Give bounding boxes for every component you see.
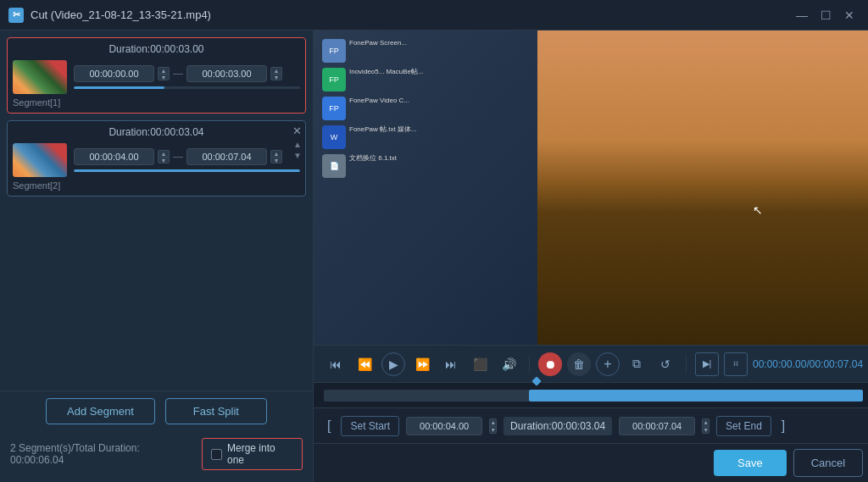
set-start-time-input[interactable]	[406, 417, 482, 435]
merge-checkbox[interactable]	[211, 449, 222, 460]
fast-split-button[interactable]: Fast Split	[165, 398, 267, 424]
controls-separator-1	[529, 356, 530, 373]
segment-1-body: ▲ ▼ — ▲ ▼	[13, 60, 300, 94]
segment-1-thumbnail	[13, 60, 67, 94]
desktop-icon-2: FP Inovideo5... MacuBe帖...	[322, 68, 557, 91]
desktop-icon-img-4: W	[322, 125, 346, 149]
undo-button[interactable]: ↺	[654, 352, 677, 376]
save-cancel-area: Save Cancel	[314, 443, 868, 482]
save-button[interactable]: Save	[714, 450, 787, 476]
video-placeholder: FP FonePaw Screen... FP Inovideo5... Mac…	[314, 30, 868, 345]
bracket-open-icon[interactable]: [	[324, 417, 334, 435]
record-button[interactable]: ⏺	[538, 352, 562, 376]
left-bottom: Add Segment Fast Split 2 Segment(s)/Tota…	[0, 391, 313, 482]
set-end-down-btn[interactable]: ▼	[702, 426, 709, 434]
segment-2-time-row: ▲ ▼ — ▲ ▼	[74, 148, 300, 165]
segment-1-end-spinner: ▲ ▼	[270, 67, 282, 80]
stop-button[interactable]: ⬛	[468, 352, 492, 376]
set-end-spinner: ▲ ▼	[702, 418, 709, 434]
segment-1-start-input[interactable]	[74, 65, 154, 82]
segment-1-end-up[interactable]: ▲	[270, 67, 282, 74]
desktop-icon-img-2: FP	[322, 68, 346, 91]
segment-1-start-spinner: ▲ ▼	[158, 67, 170, 80]
rewind-button[interactable]: ⏪	[353, 352, 376, 376]
segment-1-start-up[interactable]: ▲	[158, 67, 170, 74]
desktop-icon-text-2: Inovideo5... MacuBe帖...	[349, 68, 424, 76]
segment-2-start-input[interactable]	[74, 148, 154, 165]
desktop-icon-4: W FonePaw 帖.txt 媒体...	[322, 125, 557, 149]
segment-2-progress-fill	[74, 169, 300, 172]
cancel-button[interactable]: Cancel	[793, 449, 863, 477]
desktop-icon-text-4: FonePaw 帖.txt 媒体...	[349, 125, 417, 134]
set-end-time-input[interactable]	[619, 417, 695, 435]
close-button[interactable]: ✕	[839, 5, 860, 25]
segment-card-1: Duration:00:00:03.00 ▲ ▼ —	[7, 37, 306, 114]
copy-button[interactable]: ⧉	[625, 352, 648, 376]
maximize-button[interactable]: ☐	[815, 5, 836, 25]
set-start-down-btn[interactable]: ▼	[489, 426, 497, 434]
segment-1-label: Segment[1]	[13, 97, 300, 108]
merge-checkbox-label[interactable]: Merge into one	[202, 438, 303, 470]
set-end-button[interactable]: Set End	[716, 416, 771, 436]
segments-list: Duration:00:00:03.00 ▲ ▼ —	[0, 30, 313, 391]
set-start-up-btn[interactable]: ▲	[489, 418, 497, 426]
segment-2-start-down[interactable]: ▼	[158, 157, 170, 163]
segment-1-end-down[interactable]: ▼	[270, 74, 282, 80]
segment-2-body: ▲ ▼ — ▲ ▼	[13, 143, 300, 177]
skip-back-button[interactable]: ⏮	[324, 352, 348, 376]
set-duration-display: Duration:00:00:03.04	[504, 417, 612, 435]
bracket-close-icon[interactable]: ]	[778, 417, 788, 435]
play-button[interactable]: ▶	[381, 352, 405, 376]
controls-bar: ⏮ ⏪ ▶ ⏩ ⏭ ⬛ 🔊 ⏺ 🗑 + ⧉ ↺ ▶| ⌗ 00:00:00.00…	[314, 345, 868, 382]
segment-2-progress-bar	[74, 169, 300, 172]
segment-2-end-spinner: ▲ ▼	[270, 150, 282, 163]
set-points-bar: [ Set Start ▲ ▼ Duration:00:00:03.04 ▲ ▼…	[314, 407, 868, 443]
set-start-button[interactable]: Set Start	[341, 416, 399, 436]
window-controls: — ☐ ✕	[792, 5, 860, 25]
segment-1-start-down[interactable]: ▼	[158, 74, 170, 80]
window-title: Cut (Video_21-08-12_13-35-21.mp4)	[31, 8, 792, 21]
fast-forward-button[interactable]: ⏩	[410, 352, 434, 376]
segment-1-end-input[interactable]	[186, 65, 267, 82]
left-panel: Duration:00:00:03.00 ▲ ▼ —	[0, 30, 314, 482]
delete-button[interactable]: 🗑	[567, 352, 591, 376]
desktop-icon-img-3: FP	[322, 97, 346, 120]
segment-1-inputs: ▲ ▼ — ▲ ▼	[74, 65, 300, 89]
segment-2-scroll-down[interactable]: ▼	[293, 151, 302, 160]
video-area: FP FonePaw Screen... FP Inovideo5... Mac…	[314, 30, 868, 345]
segment-2-start-up[interactable]: ▲	[158, 150, 170, 157]
minimize-button[interactable]: —	[792, 5, 812, 25]
timeline-area[interactable]	[314, 382, 868, 407]
segment-2-inputs: ▲ ▼ — ▲ ▼	[74, 148, 300, 172]
action-buttons: Add Segment Fast Split	[10, 398, 303, 424]
segment-2-end-input[interactable]	[186, 148, 267, 165]
timeline-track[interactable]	[324, 390, 863, 402]
segment-2-thumb-img	[13, 143, 67, 177]
segment-2-duration: Duration:00:00:03.04	[13, 126, 300, 138]
volume-button[interactable]: 🔊	[497, 352, 520, 376]
set-end-up-btn[interactable]: ▲	[702, 418, 709, 426]
segment-2-start-spinner: ▲ ▼	[158, 150, 170, 163]
bottom-bar: 2 Segment(s)/Total Duration: 00:00:06.04…	[10, 433, 303, 475]
segment-1-thumb-img	[13, 60, 67, 94]
cartoon-characters	[537, 30, 868, 345]
segment-card-2: ✕ ▲ ▼ Duration:00:00:03.04	[7, 120, 306, 197]
desktop-icon-text-1: FonePaw Screen...	[349, 39, 407, 47]
segment-2-scroll-up[interactable]: ▲	[293, 140, 302, 149]
desktop-icon-text-5: 文档换位 6.1.txt	[349, 154, 397, 163]
title-bar: ✂ Cut (Video_21-08-12_13-35-21.mp4) — ☐ …	[0, 0, 868, 30]
add-button[interactable]: +	[596, 352, 620, 376]
app-icon: ✂	[8, 8, 24, 23]
segment-2-thumbnail	[13, 143, 67, 177]
speed-button[interactable]: ▶|	[695, 352, 719, 376]
cursor-indicator: ↖	[753, 203, 761, 212]
segment-2-label: Segment[2]	[13, 180, 300, 191]
add-segment-button[interactable]: Add Segment	[46, 398, 155, 424]
segment-2-end-down[interactable]: ▼	[270, 157, 282, 163]
segment-2-close-button[interactable]: ✕	[292, 125, 302, 137]
segment-header-2: Duration:00:00:03.04	[13, 126, 300, 138]
segment-2-end-up[interactable]: ▲	[270, 150, 282, 157]
skip-forward-button[interactable]: ⏭	[439, 352, 463, 376]
merge-label: Merge into one	[227, 442, 293, 466]
crop-button[interactable]: ⌗	[724, 352, 748, 376]
